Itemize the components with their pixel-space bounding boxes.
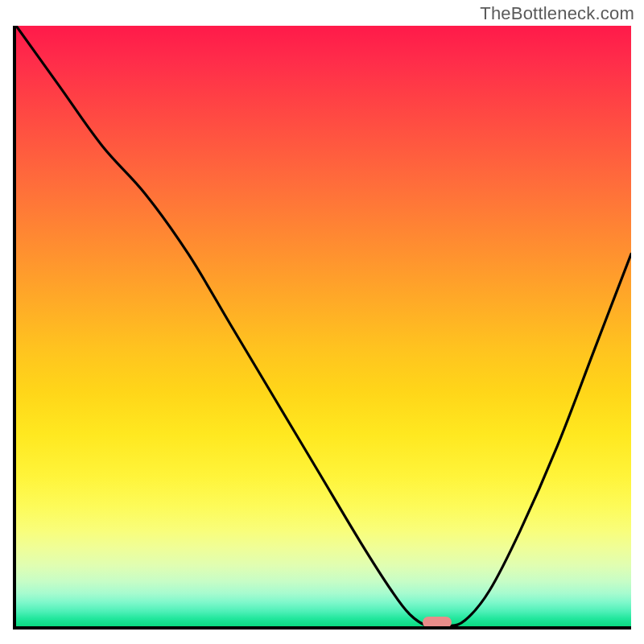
plot-area <box>13 26 631 630</box>
optimal-point-marker <box>423 617 452 628</box>
watermark-text: TheBottleneck.com <box>480 3 634 24</box>
bottleneck-curve <box>16 26 631 626</box>
chart-container: TheBottleneck.com <box>0 0 644 644</box>
